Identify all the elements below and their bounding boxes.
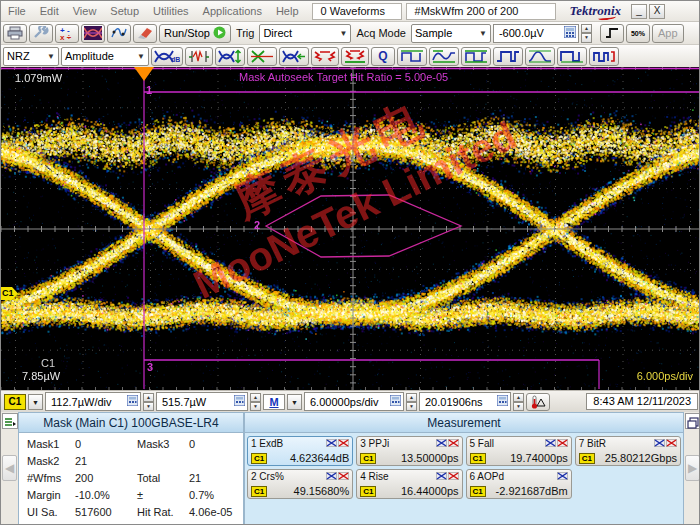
math-button[interactable]: + -x ÷ [55,24,79,43]
bit-pattern-button[interactable] [589,47,619,66]
math-badge[interactable]: M [263,394,285,410]
vertical-scale-field[interactable]: 112.7µW/div [45,392,141,411]
mask-overlay [1,67,700,390]
eye-red-icon[interactable] [338,471,349,482]
run-stop-label: Run/Stop [164,27,210,39]
svg-text:dB: dB [171,56,180,63]
eye-red-icon[interactable] [448,438,459,449]
toolbar-main: + -x ÷ Run/Stop Trig Direct▼ Acq Mode Sa… [1,22,700,45]
measurement-card-rise[interactable]: 4 Rise C1 16.44000ps [356,469,462,499]
channel-badge[interactable]: C1 [4,394,26,410]
eye-mask-icon [84,26,102,40]
run-stop-button[interactable]: Run/Stop [159,24,231,43]
duty-cycle-button[interactable] [557,47,587,66]
waveform-cursor-button[interactable] [107,24,131,43]
nrz-wave-icon [432,49,456,64]
horizontal-scale-stepper[interactable]: ▲▼ [406,393,417,410]
set-to-fifty-button[interactable]: 50% [626,24,650,43]
trigger-level-stepper[interactable]: ▲▼ [581,24,592,43]
print-button[interactable] [3,24,27,43]
eye-blue-icon[interactable] [436,438,447,449]
hit-ratio-label: Hit Rat. [137,506,189,518]
menu-help[interactable]: Help [269,3,306,19]
amplitude-wave-button[interactable] [429,47,459,66]
extinction-ratio-button[interactable] [311,47,339,66]
measurement-panel-title[interactable]: Measurement [245,413,683,433]
trigger-source-select[interactable]: Direct▼ [259,24,351,43]
hit-ratio-value: 4.06e-05 [189,506,243,518]
eye-db-measure-button[interactable]: dB [151,47,183,66]
horizontal-position-field[interactable]: 20.01906ns [419,392,511,411]
horizontal-scale-field[interactable]: 6.00000ps/div [304,392,404,411]
eye-red-icon[interactable] [557,438,568,449]
minimize-button[interactable]: _ [631,4,647,19]
eye-blue-icon[interactable] [557,471,568,482]
eye-height-button[interactable] [215,47,245,66]
mask-test-button[interactable] [81,24,105,43]
measurement-card-ppji[interactable]: 3 PPJi C1 13.50000ps [356,436,462,466]
eye-red-icon[interactable] [666,438,677,449]
channel-dropdown[interactable]: ▼ [28,394,43,410]
scroll-left-button[interactable]: ◀ [2,455,17,481]
panel-menu-button[interactable] [2,413,18,429]
keypad-icon[interactable] [127,395,138,408]
clear-data-button[interactable] [133,24,157,43]
eye-cross-button[interactable] [247,47,277,66]
vertical-scale-stepper[interactable]: ▲▼ [143,393,154,410]
menu-utilities[interactable]: Utilities [146,3,195,19]
measure-category-select[interactable]: Amplitude▼ [61,47,149,66]
high-low-button[interactable] [461,47,491,66]
margin-label: Margin [27,489,75,501]
menu-setup[interactable]: Setup [103,3,146,19]
tools-button[interactable] [29,24,53,43]
close-button[interactable]: X [649,4,665,19]
keypad-icon[interactable] [390,395,401,408]
mask3-label: Mask3 [137,438,189,450]
eye-blue-icon[interactable] [654,438,665,449]
keypad-icon[interactable] [497,395,508,408]
keypad-icon[interactable] [234,395,245,408]
temperature-warning-button[interactable] [526,393,550,411]
eye-blue-icon[interactable] [545,438,556,449]
panel-detach-button[interactable] [685,413,700,429]
trigger-slope-button[interactable] [600,24,624,43]
measurement-card-crs[interactable]: 2 Crs% C1 49.15680% [247,469,353,499]
eye-red-icon[interactable] [448,471,459,482]
acq-mode-select[interactable]: Sample▼ [411,24,491,43]
menu-file[interactable]: File [1,3,33,19]
math-dropdown[interactable]: ▼ [287,394,302,410]
source-badge: C1 [470,453,486,464]
eye-blue-icon[interactable] [326,438,337,449]
mask-panel-title[interactable]: Mask (Main C1) 100GBASE-LR4 [19,413,243,433]
eye-blue-icon[interactable] [436,471,447,482]
horizontal-position-stepper[interactable]: ▲▼ [513,393,524,410]
menu-applications[interactable]: Applications [196,3,269,19]
rise-time-button[interactable] [525,47,555,66]
vertical-offset-field[interactable]: 515.7µW [156,392,248,411]
keypad-icon[interactable] [564,26,576,40]
vertical-offset-stepper[interactable]: ▲▼ [250,393,261,410]
pulse-levels-icon [464,49,488,64]
eye-red-icon[interactable] [338,438,349,449]
q-factor-button[interactable]: Q [371,47,395,66]
menu-view[interactable]: View [66,3,104,19]
trigger-marker[interactable] [134,67,154,81]
menu-edit[interactable]: Edit [33,3,66,19]
oma-measure-button[interactable] [341,47,369,66]
measurement-card-exdb[interactable]: 1 ExdB C1 4.623644dB [247,436,353,466]
eye-width-button[interactable] [279,47,309,66]
source-badge: C1 [579,453,595,464]
period-measure-button[interactable] [397,47,427,66]
scroll-right-button[interactable]: ▶ [685,455,700,481]
fall-time-button[interactable] [493,47,523,66]
measurement-card-aopd[interactable]: 6 AOPd C1 -2.921687dBm [466,469,572,499]
app-button[interactable]: App [652,24,684,43]
measurement-card-fall[interactable]: 5 Fall C1 19.74000ps [466,436,572,466]
math-icon: + -x ÷ [59,26,75,40]
measurement-card-bitr[interactable]: 7 BitR C1 25.80212Gbps [575,436,681,466]
eye-blue-icon[interactable] [326,471,337,482]
jitter-histogram-button[interactable] [185,47,213,66]
signal-type-select[interactable]: NRZ▼ [3,47,59,66]
clock-readout: 8:43 AM 12/11/2023 [586,393,698,410]
trigger-level-field[interactable]: -600.0µV [493,24,579,43]
